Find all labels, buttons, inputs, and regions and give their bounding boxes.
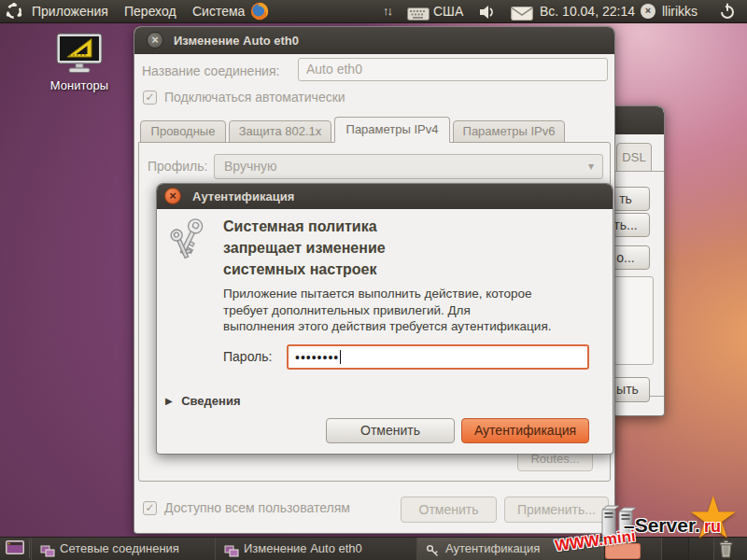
expander-arrow-icon: ▶: [165, 396, 173, 406]
power-icon[interactable]: [719, 3, 736, 25]
keyboard-layout-indicator[interactable]: США: [433, 0, 463, 22]
auth-body-text: Приложение пытается выполнить действие, …: [223, 286, 551, 335]
workspace-cell-1[interactable]: [661, 538, 689, 560]
eth0-apply-button[interactable]: Применить...: [504, 497, 609, 523]
autoconnect-label: Подключаться автоматически: [164, 90, 345, 105]
volume-icon[interactable]: [478, 4, 497, 26]
autoconnect-checkbox[interactable]: ✓: [143, 91, 157, 105]
auth-close-icon[interactable]: ×: [164, 188, 181, 204]
connection-name-label: Название соединения:: [142, 63, 279, 78]
profile-dropdown-value: Вручную: [224, 155, 277, 178]
eth0-window-title: Изменение Auto eth0: [174, 27, 299, 54]
keyboard-icon[interactable]: [407, 5, 430, 27]
task-network-connections[interactable]: Сетевые соединения: [31, 538, 216, 560]
task-label: Изменение Auto eth0: [244, 538, 362, 560]
mail-envelope-icon[interactable]: [511, 5, 533, 27]
password-dots: ••••••••: [289, 350, 339, 365]
trash-icon[interactable]: [718, 539, 734, 560]
auth-heading-line1: Системная политика: [223, 216, 386, 237]
connection-name-input[interactable]: Auto eth0: [298, 58, 608, 81]
arrow-down-icon: ↓: [388, 4, 392, 18]
auth-heading-line3: системных настроек: [223, 259, 386, 280]
firefox-icon[interactable]: [250, 2, 269, 21]
desktop-icon-label: Мониторы: [42, 78, 117, 92]
user-status-icon[interactable]: ×: [641, 4, 655, 19]
tab-wired[interactable]: Проводные: [140, 120, 226, 143]
network-connections-window: DSL ть ть... о... ыть: [613, 105, 665, 416]
network-traffic-icon[interactable]: ↑↓: [383, 0, 391, 22]
tab-ipv4-settings[interactable]: Параметры IPv4: [334, 117, 450, 143]
netconn-delete-button-fragment[interactable]: о...: [613, 245, 650, 270]
task-authentication[interactable]: Аутентификация: [416, 538, 605, 560]
text-cursor: [340, 350, 341, 364]
network-connections-titlebar[interactable]: [614, 106, 664, 134]
netconn-close-button-fragment[interactable]: ыть: [613, 377, 650, 402]
password-label: Пароль:: [223, 349, 272, 364]
top-panel: Приложения Переход Система ↑↓ США: [0, 0, 747, 23]
details-label: Сведения: [181, 394, 240, 408]
window-icon: [40, 542, 55, 560]
clock-indicator[interactable]: Вс. 10.04, 22:14: [540, 0, 635, 22]
netconn-edit-button-fragment[interactable]: ть...: [613, 213, 650, 237]
task-label: Сетевые соединения: [60, 538, 179, 560]
tab-802-1x-security[interactable]: Защита 802.1x: [229, 120, 331, 143]
password-input[interactable]: ••••••••: [287, 344, 589, 370]
auth-dialog: × Аутентификация Системная политика запр…: [156, 183, 613, 455]
window-icon: [224, 542, 239, 560]
bottom-taskbar: Сетевые соединения Изменение Auto eth0 А…: [0, 537, 747, 560]
key-icon: [426, 542, 439, 560]
netconn-list-area: [613, 276, 654, 365]
auth-cancel-button[interactable]: Отменить: [326, 418, 455, 443]
profile-dropdown[interactable]: Вручную ▾: [214, 154, 603, 179]
details-expander[interactable]: ▶ Сведения: [165, 392, 241, 409]
eth0-titlebar[interactable]: × Изменение Auto eth0: [134, 27, 614, 54]
menu-places[interactable]: Переход: [124, 0, 176, 22]
auth-heading: Системная политика запрещает изменение с…: [223, 216, 386, 280]
taskbar-divider: [29, 539, 30, 558]
monitor-icon: [55, 32, 104, 75]
show-desktop-button[interactable]: [3, 540, 27, 558]
tab-ipv6-settings[interactable]: Параметры IPv6: [453, 120, 565, 143]
auth-body-line2: требует дополнительных привилегий. Для: [223, 302, 551, 319]
eth0-close-icon[interactable]: ×: [147, 32, 163, 49]
menu-applications[interactable]: Приложения: [30, 0, 110, 22]
tab-dsl[interactable]: DSL: [616, 143, 652, 172]
authenticate-button[interactable]: Аутентификация: [461, 418, 589, 443]
workspace-cell-2[interactable]: [688, 538, 714, 560]
auth-heading-line2: запрещает изменение: [223, 237, 386, 259]
task-label: Аутентификация: [445, 538, 540, 560]
auth-body-line1: Приложение пытается выполнить действие, …: [223, 286, 551, 302]
chevron-down-icon: ▾: [588, 155, 594, 178]
eth0-cancel-button[interactable]: Отменить: [401, 497, 497, 523]
user-menu[interactable]: llirikks: [662, 0, 698, 22]
menu-system[interactable]: Система: [192, 0, 245, 22]
available-to-all-label: Доступно всем пользователям: [164, 500, 350, 515]
ubuntu-logo-icon[interactable]: [6, 3, 22, 20]
auth-body-line3: выполнения этого действия требуется ауте…: [223, 318, 551, 335]
auth-dialog-titlebar[interactable]: × Аутентификация: [157, 184, 613, 209]
available-to-all-checkbox[interactable]: ✓: [143, 501, 157, 515]
auth-dialog-title: Аутентификация: [192, 184, 294, 209]
profile-label: Профиль:: [148, 159, 207, 174]
keys-icon: [168, 214, 211, 272]
netconn-add-button-fragment[interactable]: ть: [613, 187, 650, 211]
task-edit-auto-eth0[interactable]: Изменение Auto eth0: [215, 538, 417, 560]
